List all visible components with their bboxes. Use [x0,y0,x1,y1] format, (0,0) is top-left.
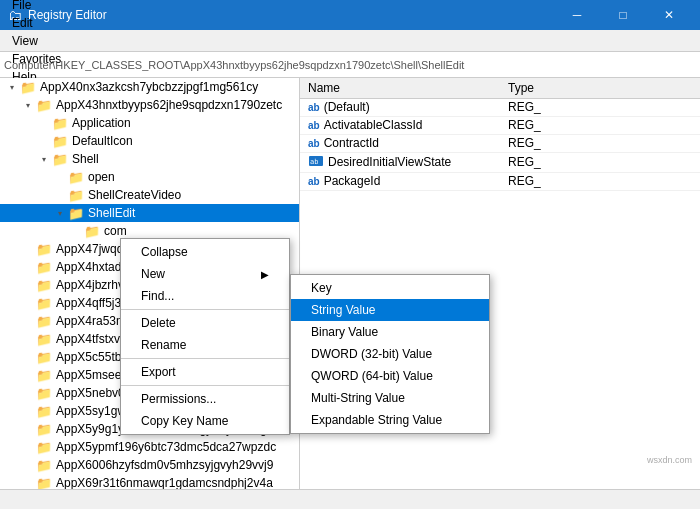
tree-item-label: AppX5c55tbq [56,350,128,364]
tree-item-label: AppX43hnxtbyyps62jhe9sqpdzxn1790zetc [56,98,282,112]
reg-value-icon: ab [308,120,320,131]
folder-icon: 📁 [68,170,84,184]
tree-arrow-icon [20,241,36,257]
tree-arrow-icon [20,421,36,437]
submenu-item-key[interactable]: Key [291,277,489,299]
tree-item-label: ShellEdit [88,206,135,220]
context-menu-item-copy-key-name[interactable]: Copy Key Name [121,410,289,432]
table-row[interactable]: abContractIdREG_ [300,134,700,152]
tree-arrow-icon [20,313,36,329]
folder-icon: 📁 [36,458,52,472]
folder-icon: 📁 [36,260,52,274]
tree-item[interactable]: ▾📁ShellEdit [0,204,299,222]
submenu-item-qword-----bit--value[interactable]: QWORD (64-bit) Value [291,365,489,387]
tree-item[interactable]: 📁ShellCreateVideo [0,186,299,204]
context-menu-item-find---[interactable]: Find... [121,285,289,307]
submenu-item-expandable-string-value[interactable]: Expandable String Value [291,409,489,431]
table-row[interactable]: abDesiredInitialViewStateREG_ [300,152,700,172]
context-menu-item-delete[interactable]: Delete [121,312,289,334]
col-type: Type [500,78,700,98]
context-menu-separator [121,385,289,386]
context-menu-item-rename[interactable]: Rename [121,334,289,356]
tree-item[interactable]: ▾📁AppX43hnxtbyyps62jhe9sqpdzxn1790zetc [0,96,299,114]
status-bar [0,489,700,509]
tree-arrow-icon [20,403,36,419]
maximize-button[interactable]: □ [600,0,646,30]
table-row[interactable]: ab(Default)REG_ [300,98,700,116]
tree-arrow-icon: ▾ [52,205,68,221]
tree-item-label: Application [72,116,131,130]
menu-item-edit[interactable]: Edit [4,14,69,32]
folder-icon: 📁 [36,476,52,489]
folder-icon: 📁 [36,440,52,454]
table-row[interactable]: abPackageIdREG_ [300,172,700,190]
tree-item[interactable]: 📁AppX6006hzyfsdm0v5mhzsyjgvyh29vvj9 [0,456,299,474]
folder-icon: 📁 [36,386,52,400]
tree-arrow-icon [52,169,68,185]
table-row[interactable]: abActivatableClassIdREG_ [300,116,700,134]
tree-item[interactable]: ▾📁AppX40nx3azkcsh7ybcbzzjpgf1mg561cy [0,78,299,96]
tree-item-label: AppX69r31t6nmawqr1gdamcsndphj2v4a [56,476,273,489]
tree-arrow-icon [20,259,36,275]
reg-value-name: PackageId [324,174,381,188]
tree-arrow-icon [36,133,52,149]
submenu-item-binary-value[interactable]: Binary Value [291,321,489,343]
folder-icon: 📁 [68,206,84,220]
submenu-item-multi-string-value[interactable]: Multi-String Value [291,387,489,409]
submenu-item-dword-----bit--value[interactable]: DWORD (32-bit) Value [291,343,489,365]
title-bar: 🗂 Registry Editor ─ □ ✕ [0,0,700,30]
folder-icon: 📁 [68,188,84,202]
context-menu-item-export[interactable]: Export [121,361,289,383]
context-menu-item-permissions---[interactable]: Permissions... [121,388,289,410]
menu-item-view[interactable]: View [4,32,69,50]
ctx-item-label: New [141,267,165,281]
menu-item-file[interactable]: File [4,0,69,14]
folder-icon: 📁 [36,350,52,364]
tree-item-label: AppX4tfstxv3 [56,332,127,346]
folder-icon: 📁 [36,278,52,292]
tree-item-label: DefaultIcon [72,134,133,148]
context-menu-item-collapse[interactable]: Collapse [121,241,289,263]
tree-arrow-icon [20,331,36,347]
context-menu-separator [121,358,289,359]
ctx-item-label: Delete [141,316,176,330]
tree-item[interactable]: ▾📁Shell [0,150,299,168]
reg-value-icon: ab [308,176,320,187]
context-menu-overlay: CollapseNew▶Find...DeleteRenameExportPer… [120,238,290,435]
tree-arrow-icon: ▾ [20,97,36,113]
watermark: wsxdn.com [647,455,692,465]
tree-arrow-icon [20,475,36,489]
name-cell: abPackageId [308,174,492,188]
tree-item-label: Shell [72,152,99,166]
folder-icon: 📁 [36,296,52,310]
name-cell: abActivatableClassId [308,118,492,132]
submenu-item-string-value[interactable]: String Value [291,299,489,321]
name-cell: abDesiredInitialViewState [308,154,492,171]
tree-arrow-icon [68,223,84,239]
minimize-button[interactable]: ─ [554,0,600,30]
title-bar-controls: ─ □ ✕ [554,0,692,30]
reg-value-name: ContractId [324,136,379,150]
close-button[interactable]: ✕ [646,0,692,30]
folder-icon: 📁 [84,224,100,238]
reg-value-name: (Default) [324,100,370,114]
ctx-item-label: Permissions... [141,392,216,406]
folder-icon: 📁 [52,116,68,130]
menu-items-container: FileEditViewFavoritesHelp [4,0,69,86]
tree-item[interactable]: 📁Application [0,114,299,132]
tree-item[interactable]: 📁AppX5ypmf196y6btc73dmc5dca27wpzdc [0,438,299,456]
tree-arrow-icon [20,349,36,365]
submenu-arrow-icon: ▶ [261,269,269,280]
tree-arrow-icon [20,385,36,401]
tree-item-label: AppX4qff5j3rj [56,296,128,310]
tree-item[interactable]: 📁AppX69r31t6nmawqr1gdamcsndphj2v4a [0,474,299,489]
tree-item[interactable]: 📁open [0,168,299,186]
tree-item[interactable]: 📁DefaultIcon [0,132,299,150]
tree-item-label: AppX5nebv0 [56,386,125,400]
context-menu-item-new[interactable]: New▶ [121,263,289,285]
menu-bar: FileEditViewFavoritesHelp [0,30,700,52]
tree-arrow-icon [20,295,36,311]
folder-icon: 📁 [36,422,52,436]
col-name: Name [300,78,500,98]
submenu: KeyString ValueBinary ValueDWORD (32-bit… [290,274,490,434]
